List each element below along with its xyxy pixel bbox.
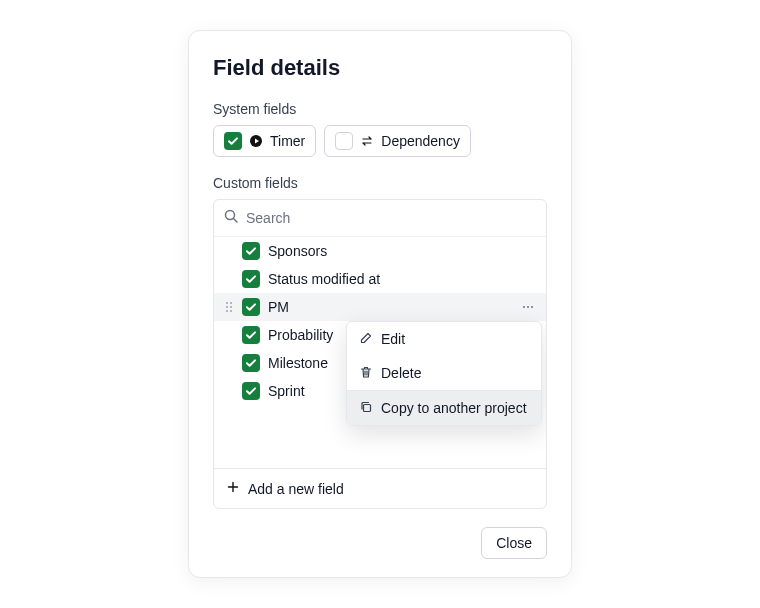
plus-icon <box>226 480 240 497</box>
field-item-sponsors[interactable]: Sponsors <box>214 237 546 265</box>
field-details-panel: Field details System fields Timer Depend… <box>188 30 572 578</box>
system-field-label: Dependency <box>381 133 460 149</box>
checkbox-checked-icon <box>242 298 260 316</box>
search-input[interactable] <box>246 210 536 226</box>
dependency-icon <box>359 133 375 149</box>
system-field-label: Timer <box>270 133 305 149</box>
svg-point-5 <box>230 306 232 308</box>
checkbox-checked-icon <box>224 132 242 150</box>
menu-edit[interactable]: Edit <box>347 322 541 356</box>
field-item-label: Probability <box>268 327 333 343</box>
field-item-pm[interactable]: PM <box>214 293 546 321</box>
add-field-row[interactable]: Add a new field <box>214 468 546 508</box>
close-button-label: Close <box>496 535 532 551</box>
field-item-label: Sponsors <box>268 243 327 259</box>
checkbox-unchecked-icon <box>335 132 353 150</box>
panel-footer: Close <box>213 527 547 559</box>
system-field-timer[interactable]: Timer <box>213 125 316 157</box>
timer-icon <box>248 133 264 149</box>
search-row <box>214 200 546 236</box>
pencil-icon <box>359 331 373 348</box>
svg-point-10 <box>531 306 533 308</box>
more-icon[interactable] <box>520 300 536 314</box>
system-fields-label: System fields <box>213 101 547 117</box>
svg-point-2 <box>226 302 228 304</box>
svg-point-4 <box>226 306 228 308</box>
panel-title: Field details <box>213 55 547 81</box>
field-item-label: Status modified at <box>268 271 380 287</box>
add-field-label: Add a new field <box>248 481 344 497</box>
menu-item-label: Copy to another project <box>381 400 527 416</box>
trash-icon <box>359 365 373 382</box>
field-item-status-modified-at[interactable]: Status modified at <box>214 265 546 293</box>
menu-copy-to-project[interactable]: Copy to another project <box>347 391 541 425</box>
svg-rect-11 <box>364 404 371 411</box>
svg-point-7 <box>230 310 232 312</box>
checkbox-checked-icon <box>242 326 260 344</box>
copy-icon <box>359 400 373 417</box>
svg-point-6 <box>226 310 228 312</box>
field-item-label: Sprint <box>268 383 305 399</box>
svg-point-9 <box>527 306 529 308</box>
svg-point-3 <box>230 302 232 304</box>
menu-item-label: Delete <box>381 365 421 381</box>
close-button[interactable]: Close <box>481 527 547 559</box>
svg-point-8 <box>523 306 525 308</box>
context-menu: Edit Delete Copy to another project <box>346 321 542 426</box>
custom-fields-label: Custom fields <box>213 175 547 191</box>
checkbox-checked-icon <box>242 354 260 372</box>
checkbox-checked-icon <box>242 242 260 260</box>
system-field-dependency[interactable]: Dependency <box>324 125 471 157</box>
system-fields-row: Timer Dependency <box>213 125 547 157</box>
search-icon <box>224 209 238 227</box>
custom-fields-items: Sponsors Status modified at PM <box>214 236 546 468</box>
checkbox-checked-icon <box>242 270 260 288</box>
checkbox-checked-icon <box>242 382 260 400</box>
custom-fields-listbox: Sponsors Status modified at PM <box>213 199 547 509</box>
field-item-label: PM <box>268 299 289 315</box>
field-item-label: Milestone <box>268 355 328 371</box>
menu-item-label: Edit <box>381 331 405 347</box>
drag-handle-icon[interactable] <box>224 300 234 314</box>
menu-delete[interactable]: Delete <box>347 356 541 390</box>
